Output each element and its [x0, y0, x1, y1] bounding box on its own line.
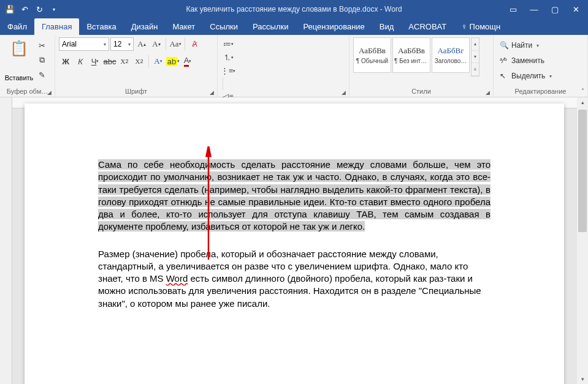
font-size-combo[interactable]: 12▾ — [110, 37, 134, 51]
brush-icon: ✎ — [39, 70, 45, 80]
numbering-button[interactable]: ⒈▾ — [221, 51, 235, 64]
vertical-ruler[interactable] — [0, 97, 12, 384]
window-title: Как увеличить расстояние между словами в… — [0, 5, 588, 13]
ribbon-options-icon[interactable]: ▭ — [508, 4, 518, 14]
group-label-font: Шрифт — [59, 86, 213, 96]
group-label-editing: Редактирование — [497, 86, 584, 96]
styles-gallery: АаБбВв ¶ Обычный АаБбВв ¶ Без инте… АаБб… — [353, 37, 479, 77]
superscript-button[interactable]: X2 — [132, 55, 146, 68]
group-font: Arial▾ 12▾ A▴ A▾ Aa▾ A̷ Ж К Ч▾ abc X2 X2 — [55, 35, 218, 97]
cut-icon: ✂ — [39, 41, 45, 50]
clear-formatting-button[interactable]: A̷ — [188, 37, 201, 51]
style-no-spacing[interactable]: АаБбВв ¶ Без инте… — [392, 37, 430, 73]
styles-launcher[interactable]: ◢ — [486, 89, 492, 96]
format-painter-button[interactable]: ✎ — [36, 69, 48, 80]
shrink-font-button[interactable]: A▾ — [150, 37, 163, 51]
copy-button[interactable]: ⧉ — [36, 55, 48, 66]
cut-button[interactable]: ✂ — [36, 40, 48, 51]
multilevel-button[interactable]: ⋮≡▾ — [221, 64, 235, 78]
replace-icon: ᵃ⁄ᵇ — [500, 56, 508, 65]
font-name-combo[interactable]: Arial▾ — [59, 37, 109, 51]
scroll-up-button[interactable]: ▴ — [577, 97, 588, 107]
ribbon: 📋 Вставить ✂ ⧉ ✎ Буфер обм… ◢ Arial▾ 12▾… — [0, 35, 588, 97]
qat-customize-icon[interactable]: ▾ — [49, 4, 59, 14]
scroll-thumb[interactable] — [578, 110, 587, 232]
tab-mailings[interactable]: Рассылки — [245, 18, 296, 35]
redo-icon[interactable]: ↻ — [34, 4, 44, 14]
gallery-scroll-down[interactable]: ▾ — [472, 51, 479, 64]
paste-button[interactable]: 📋 Вставить — [4, 37, 34, 81]
font-launcher[interactable]: ◢ — [210, 89, 216, 96]
group-paragraph: ≔▾ ⒈▾ ⋮≡▾ ◁≡ ▷≡ A↓ ¶ ≡ ≡ ≡ ≣ ‡≡▾ — [218, 35, 349, 97]
cursor-icon: ↖ — [500, 72, 508, 80]
group-label-styles: Стили — [353, 86, 489, 96]
strikethrough-button[interactable]: abc — [103, 55, 116, 68]
group-label-clipboard: Буфер обм… — [4, 86, 51, 96]
tab-view[interactable]: Вид — [372, 18, 402, 35]
gallery-scroll-up[interactable]: ▴ — [472, 38, 479, 51]
spellcheck-underline: Word — [166, 273, 188, 284]
tab-acrobat[interactable]: ACROBAT — [401, 18, 454, 35]
paste-label: Вставить — [5, 74, 34, 81]
window-controls: ▭ — ▢ ✕ — [501, 4, 588, 14]
tab-home[interactable]: Главная — [34, 18, 79, 35]
grow-font-button[interactable]: A▴ — [135, 37, 148, 51]
change-case-button[interactable]: Aa▾ — [169, 37, 182, 51]
titlebar: 💾 ↶ ↻ ▾ Как увеличить расстояние между с… — [0, 0, 588, 18]
paragraph-launcher[interactable]: ◢ — [342, 89, 348, 96]
vertical-scrollbar[interactable]: ▴ ▾ — [577, 97, 588, 384]
font-color-button[interactable]: A▾ — [181, 55, 194, 68]
maximize-icon[interactable]: ▢ — [550, 4, 560, 14]
scroll-down-button[interactable]: ▾ — [577, 374, 588, 384]
undo-icon[interactable]: ↶ — [20, 4, 29, 14]
select-button[interactable]: ↖ Выделить ▾ — [497, 69, 554, 83]
tab-layout[interactable]: Макет — [165, 18, 202, 35]
document-page[interactable]: Сама по себе необходимость сделать расст… — [25, 104, 564, 384]
document-area: Сама по себе необходимость сделать расст… — [0, 97, 588, 384]
tab-file[interactable]: Файл — [0, 18, 34, 35]
italic-button[interactable]: К — [74, 55, 87, 68]
styles-gallery-scroll: ▴ ▾ ≡ — [471, 37, 479, 77]
find-button[interactable]: 🔍 Найти ▾ — [497, 39, 554, 52]
copy-icon: ⧉ — [39, 55, 45, 65]
subscript-button[interactable]: X2 — [118, 55, 131, 68]
gallery-expand[interactable]: ≡ — [472, 63, 479, 76]
group-clipboard: 📋 Вставить ✂ ⧉ ✎ Буфер обм… ◢ — [0, 35, 55, 97]
group-editing: 🔍 Найти ▾ ᵃ⁄ᵇ Заменить ↖ Выделить ▾ Реда… — [494, 35, 588, 97]
clipboard-launcher[interactable]: ◢ — [47, 89, 53, 96]
paragraph-2[interactable]: Размер (значение) пробела, который и обо… — [98, 248, 491, 310]
quick-access-toolbar: 💾 ↶ ↻ ▾ — [0, 4, 64, 14]
group-styles: АаБбВв ¶ Обычный АаБбВв ¶ Без инте… АаБб… — [349, 35, 494, 97]
tab-help[interactable]: ♀ Помощн — [454, 18, 508, 35]
tab-references[interactable]: Ссылки — [202, 18, 245, 35]
collapse-ribbon-button[interactable]: ˄ — [581, 88, 584, 94]
style-heading1[interactable]: АаБбВг Заголово… — [432, 37, 470, 73]
replace-button[interactable]: ᵃ⁄ᵇ Заменить — [497, 54, 554, 67]
underline-button[interactable]: Ч▾ — [88, 55, 102, 68]
paste-icon: 📋 — [9, 39, 29, 58]
close-icon[interactable]: ✕ — [571, 4, 581, 14]
highlight-button[interactable]: ab▾ — [166, 55, 180, 68]
minimize-icon[interactable]: — — [529, 4, 539, 14]
save-icon[interactable]: 💾 — [5, 4, 15, 14]
paragraph-1[interactable]: Сама по себе необходимость сделать расст… — [98, 159, 491, 233]
tab-review[interactable]: Рецензирование — [296, 18, 372, 35]
tab-design[interactable]: Дизайн — [124, 18, 166, 35]
text-effects-button[interactable]: A▾ — [151, 55, 165, 68]
tab-insert[interactable]: Вставка — [79, 18, 123, 35]
ribbon-tabs: Файл Главная Вставка Дизайн Макет Ссылки… — [0, 18, 588, 35]
bullets-button[interactable]: ≔▾ — [221, 37, 235, 51]
bold-button[interactable]: Ж — [59, 55, 72, 68]
search-icon: 🔍 — [500, 41, 508, 50]
style-normal[interactable]: АаБбВв ¶ Обычный — [353, 37, 391, 73]
